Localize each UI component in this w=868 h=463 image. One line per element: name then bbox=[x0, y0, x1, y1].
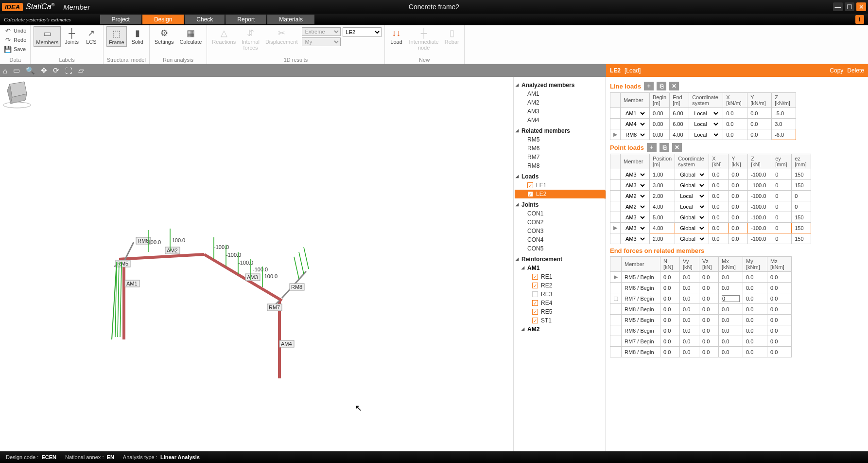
cell[interactable]: 0 bbox=[772, 191, 792, 201]
frame-button[interactable]: ⬚Frame bbox=[106, 26, 127, 47]
row-selector[interactable]: ▶ bbox=[610, 129, 621, 140]
extreme-select[interactable]: Extreme bbox=[302, 27, 341, 36]
cell[interactable]: 0.0 bbox=[660, 293, 680, 304]
cell[interactable]: 0 bbox=[792, 201, 811, 212]
cell[interactable]: 0 bbox=[772, 201, 792, 212]
nav-item-rm7[interactable]: RM7 bbox=[515, 153, 605, 161]
cell[interactable]: 0.0 bbox=[729, 201, 748, 212]
checkbox-icon[interactable]: ✓ bbox=[527, 182, 533, 188]
cell[interactable]: 0.0 bbox=[709, 201, 729, 212]
nav-item-re1[interactable]: ✓RE1 bbox=[515, 272, 605, 281]
cell[interactable]: 150 bbox=[792, 180, 811, 191]
member-select[interactable]: AM2 bbox=[624, 193, 646, 199]
cell[interactable]: 0.0 bbox=[680, 336, 699, 347]
checkbox-icon[interactable]: ✓ bbox=[532, 300, 538, 306]
cell[interactable]: 0.0 bbox=[719, 336, 743, 347]
cell[interactable]: 6.00 bbox=[670, 108, 689, 119]
cell[interactable]: 0.0 bbox=[709, 191, 729, 201]
row-selector[interactable] bbox=[610, 201, 621, 212]
cell[interactable]: 0.0 bbox=[660, 336, 680, 347]
add-row-button[interactable]: + bbox=[644, 82, 654, 90]
view-cube[interactable] bbox=[0, 77, 34, 111]
cell[interactable]: 0.0 bbox=[660, 272, 680, 283]
member-select[interactable]: AM3 bbox=[624, 182, 646, 189]
cell[interactable]: RM5 / Begin bbox=[622, 272, 660, 283]
cell[interactable]: 0.0 bbox=[743, 336, 767, 347]
cell[interactable]: 0.0 bbox=[680, 325, 699, 336]
cell[interactable]: 0 bbox=[772, 212, 792, 223]
nav-item-con2[interactable]: CON2 bbox=[515, 218, 605, 227]
member-select[interactable]: AM3 bbox=[624, 225, 646, 232]
member-select[interactable]: AM2 bbox=[624, 203, 646, 210]
member-select[interactable]: AM3 bbox=[624, 214, 646, 221]
coord-select[interactable]: Global bbox=[678, 235, 706, 242]
lcs-button[interactable]: ↗LCS bbox=[83, 26, 100, 46]
cell[interactable]: 0.00 bbox=[650, 129, 670, 140]
cell[interactable]: 0.0 bbox=[729, 233, 748, 244]
cell[interactable]: 0.0 bbox=[747, 129, 772, 140]
cell[interactable]: 0.0 bbox=[767, 304, 792, 315]
cell[interactable]: 0.0 bbox=[729, 191, 748, 201]
col-header[interactable]: Coordinate system bbox=[675, 154, 709, 169]
cell[interactable]: 0.0 bbox=[680, 315, 699, 325]
cell[interactable]: 0.0 bbox=[660, 315, 680, 325]
joints-button[interactable]: ┼Joints bbox=[63, 26, 81, 46]
tab-project[interactable]: Project bbox=[100, 15, 141, 24]
members-button[interactable]: ▭Members bbox=[34, 26, 61, 47]
cell[interactable]: 0.0 bbox=[767, 293, 792, 304]
cell[interactable]: 0.0 bbox=[699, 315, 719, 325]
checkbox-icon[interactable]: ✓ bbox=[532, 274, 538, 280]
cell[interactable]: 0.0 bbox=[767, 325, 792, 336]
nav-group-analyzed-members[interactable]: Analyzed members bbox=[515, 81, 605, 89]
cell[interactable]: 0.0 bbox=[747, 108, 772, 119]
cell[interactable]: 0.0 bbox=[719, 272, 743, 283]
cell[interactable]: 0.0 bbox=[660, 304, 680, 315]
row-selector[interactable] bbox=[610, 119, 621, 129]
checkbox-icon[interactable]: ✓ bbox=[532, 283, 538, 288]
my-select[interactable]: My bbox=[302, 37, 341, 46]
col-header[interactable]: Member bbox=[621, 154, 650, 169]
coord-select[interactable]: Local bbox=[692, 110, 720, 117]
nav-group-loads[interactable]: Loads bbox=[515, 172, 605, 181]
cell[interactable]: 0.0 bbox=[709, 233, 729, 244]
cell[interactable]: 0.0 bbox=[699, 336, 719, 347]
col-header[interactable]: X [kN/m] bbox=[723, 93, 747, 108]
tab-report[interactable]: Report bbox=[226, 15, 266, 24]
col-header[interactable]: Begin [m] bbox=[650, 93, 670, 108]
cell[interactable]: -100.0 bbox=[748, 223, 772, 233]
fullscreen-icon[interactable]: ⛶ bbox=[65, 67, 72, 75]
cell[interactable]: 3.0 bbox=[772, 119, 796, 129]
maximize-button[interactable]: ☐ bbox=[845, 2, 854, 11]
cell[interactable]: 0.0 bbox=[699, 304, 719, 315]
minimize-button[interactable]: — bbox=[833, 2, 843, 11]
nav-item-le2[interactable]: ✓LE2 bbox=[515, 190, 605, 198]
row-selector[interactable] bbox=[610, 212, 621, 223]
cell[interactable]: 0.0 bbox=[743, 347, 767, 357]
nav-item-am3[interactable]: AM3 bbox=[515, 107, 605, 116]
nav-subgroup-am2[interactable]: AM2 bbox=[515, 325, 605, 334]
nav-item-st1[interactable]: ✓ST1 bbox=[515, 316, 605, 325]
cell[interactable]: 0.00 bbox=[650, 119, 670, 129]
cell[interactable]: 0.0 bbox=[660, 283, 680, 293]
calculate-button[interactable]: ▦Calculate bbox=[177, 26, 204, 46]
coord-select[interactable]: Global bbox=[678, 171, 706, 178]
select-icon[interactable]: ▭ bbox=[13, 66, 20, 75]
cell[interactable]: 0.0 bbox=[743, 315, 767, 325]
checkbox-icon[interactable]: ✓ bbox=[532, 309, 538, 315]
internal-forces-button[interactable]: ⇵Internal forces bbox=[240, 26, 261, 52]
col-header[interactable]: Mx [kNm] bbox=[719, 257, 743, 272]
nav-item-con3[interactable]: CON3 bbox=[515, 227, 605, 235]
cell[interactable]: 0.0 bbox=[719, 315, 743, 325]
cell[interactable]: 0.0 bbox=[723, 129, 747, 140]
cell[interactable]: 0.0 bbox=[767, 272, 792, 283]
row-selector[interactable] bbox=[610, 315, 622, 325]
nav-subgroup-am1[interactable]: AM1 bbox=[515, 264, 605, 272]
cell[interactable]: 150 bbox=[792, 223, 811, 233]
copy-row-button[interactable]: ⎘ bbox=[657, 82, 666, 90]
member-select[interactable]: AM3 bbox=[624, 235, 646, 242]
col-header[interactable]: ey [mm] bbox=[772, 154, 792, 169]
load-effect-select[interactable]: LE2 bbox=[343, 27, 382, 37]
col-header[interactable]: X [kN] bbox=[709, 154, 729, 169]
checkbox-icon[interactable]: ✓ bbox=[532, 291, 538, 297]
cell[interactable]: 0.0 bbox=[747, 119, 772, 129]
